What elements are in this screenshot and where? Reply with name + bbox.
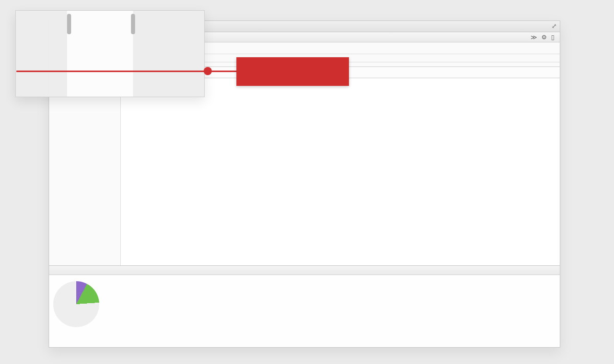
selection-handle-left[interactable] [67,14,71,34]
gear-icon[interactable]: ⚙ [541,34,547,40]
timeline-body [49,78,560,265]
overview-zoom-inset [15,10,205,97]
dock-icon[interactable]: ▯ [551,34,555,40]
selection-handle-right[interactable] [131,14,135,34]
inset-frame-chart [19,41,201,94]
records-tree[interactable] [49,78,121,265]
details-header[interactable] [49,266,560,275]
drawer-toggle-icon[interactable]: ≫ [531,34,537,40]
flame-canvas[interactable] [121,78,560,265]
annotation-dot [204,67,212,75]
annotation-callout [236,57,349,86]
expand-icon[interactable]: ⤢ [552,23,557,29]
summary-pie [53,281,99,327]
details-panel [49,265,560,347]
